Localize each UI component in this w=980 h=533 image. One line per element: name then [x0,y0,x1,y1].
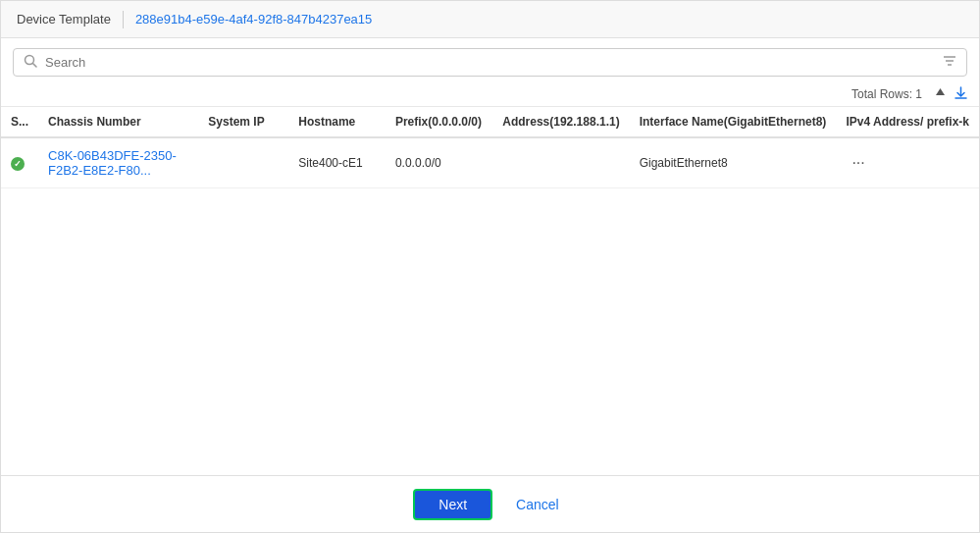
col-header-interface: Interface Name(GigabitEthernet8) [630,107,837,137]
table-controls: Total Rows: 1 [1,82,979,106]
col-header-hostname: Hostname [288,107,386,137]
sort-up-icon[interactable] [934,86,947,102]
download-icon[interactable] [954,86,967,102]
col-header-s: S... [1,107,38,137]
row-chassis-number: C8K-06B43DFE-2350-F2B2-E8E2-F80... [38,137,198,188]
table-row: C8K-06B43DFE-2350-F2B2-E8E2-F80... Site4… [1,137,979,188]
search-input[interactable] [45,55,943,70]
search-bar [13,48,967,77]
col-header-chassis: Chassis Number [38,107,198,137]
svg-line-1 [33,64,37,68]
table-wrapper: S... Chassis Number System IP Hostname P… [1,106,979,475]
filter-icon[interactable] [943,54,956,71]
footer: Next Cancel [1,475,979,532]
header-divider [123,11,124,28]
total-rows-label: Total Rows: 1 [851,87,922,101]
chassis-number-link[interactable]: C8K-06B43DFE-2350-F2B2-E8E2-F80... [48,148,177,178]
svg-marker-5 [936,88,945,95]
cancel-button[interactable]: Cancel [508,491,567,518]
col-header-ipv4: IPv4 Address/ prefix-k [836,107,979,137]
header-id-link[interactable]: 288e91b4-e59e-4af4-92f8-847b4237ea15 [135,12,372,27]
row-address [492,137,629,188]
row-prefix: 0.0.0.0/0 [386,137,492,188]
col-header-prefix: Prefix(0.0.0.0/0) [386,107,492,137]
header-bar: Device Template 288e91b4-e59e-4af4-92f8-… [1,1,979,38]
search-icon [24,54,37,71]
row-hostname: Site400-cE1 [288,137,386,188]
row-interface-name: GigabitEthernet8 [630,137,837,188]
row-actions-button[interactable]: ··· [846,152,870,174]
status-active-icon [11,157,25,171]
page-wrapper: Device Template 288e91b4-e59e-4af4-92f8-… [0,0,980,533]
col-header-address: Address(192.188.1.1) [492,107,629,137]
row-ipv4-address: ··· [836,137,979,188]
header-title: Device Template [17,12,111,27]
col-header-system-ip: System IP [198,107,288,137]
data-table: S... Chassis Number System IP Hostname P… [1,107,979,188]
table-header-row: S... Chassis Number System IP Hostname P… [1,107,979,137]
row-status-cell [1,137,38,188]
row-system-ip [198,137,288,188]
next-button[interactable]: Next [413,489,492,520]
